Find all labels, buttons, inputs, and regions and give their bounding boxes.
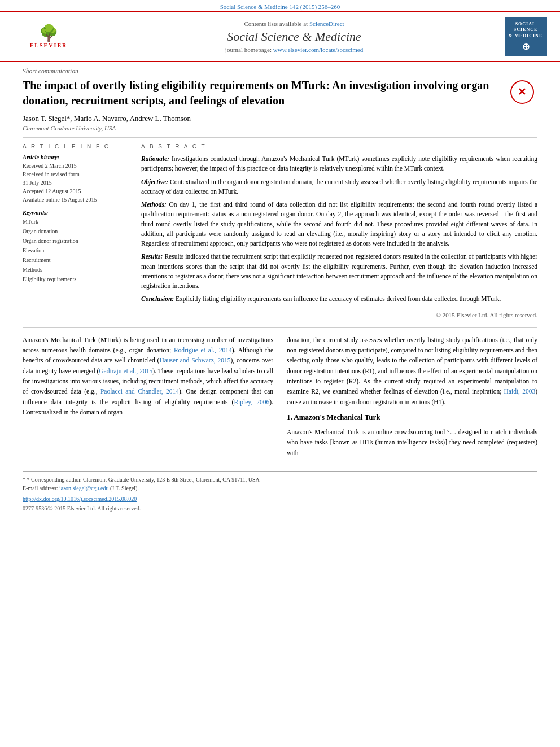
abstract-objective: Objective: Contextualized in the organ d… [141, 177, 537, 197]
ref-gadiraju[interactable]: Gadiraju et al., 2015 [99, 368, 152, 374]
abstract-column: A B S T R A C T Rationale: Investigation… [141, 143, 537, 318]
sciencedirect-link[interactable]: ScienceDirect [309, 20, 344, 27]
footnote-corresponding: * * Corresponding author. Claremont Grad… [23, 475, 537, 484]
article-info-heading: A R T I C L E I N F O [23, 143, 130, 150]
keyword-elevation: Elevation [23, 246, 130, 255]
available-date: Available online 15 August 2015 [23, 195, 130, 204]
objective-label: Objective: [141, 178, 168, 185]
keywords-block: Keywords: MTurk Organ donation Organ don… [23, 209, 130, 284]
ref-haidt[interactable]: Haidt, 2003 [504, 388, 536, 395]
ref-paolacci[interactable]: Paolacci and Chandler, 2014 [100, 388, 179, 395]
contents-line: Contents lists available at ScienceDirec… [88, 20, 500, 27]
abstract-methods: Methods: On day 1, the first and third r… [141, 200, 537, 248]
rationale-label: Rationale: [141, 155, 169, 162]
email-name: (J.T. Siegel). [110, 485, 139, 491]
homepage-link[interactable]: www.elsevier.com/locate/socscimed [273, 46, 363, 53]
body-text-section: Amazon's Mechanical Turk (MTurk) is bein… [23, 335, 537, 463]
keyword-eligibility: Eligibility requirements [23, 274, 130, 284]
authors: Jason T. Siegel*, Mario A. Navarro, Andr… [23, 114, 537, 123]
keywords-label: Keywords: [23, 209, 130, 216]
footnote-area: * * Corresponding author. Claremont Grad… [23, 471, 537, 513]
badge-icon: ⊕ [522, 41, 530, 52]
badge-title: SOCIALSCIENCE& MEDICINE [509, 21, 542, 39]
keyword-organ-donation: Organ donation [23, 226, 130, 236]
ref-ripley[interactable]: Ripley, 2006 [234, 399, 269, 405]
results-label: Results: [141, 253, 163, 260]
history-label: Article history: [23, 154, 130, 160]
publisher-logo-area: 🌳 ELSEVIER [9, 25, 88, 49]
email-link[interactable]: jason.siegel@cgu.edu [59, 485, 109, 491]
abstract-rationale: Rationale: Investigations conducted thro… [141, 154, 537, 174]
methods-text: On day 1, the first and third round of d… [141, 201, 537, 247]
body-para-1-right: donation, the current study assesses whe… [287, 335, 537, 408]
section-1-text: Amazon's Mechanical Turk is an online cr… [287, 427, 537, 458]
journal-badge: SOCIALSCIENCE& MEDICINE ⊕ [500, 17, 551, 56]
revised-date: Received in revised form31 July 2015 [23, 170, 130, 187]
doi-line[interactable]: http://dx.doi.org/10.1016/j.socscimed.20… [23, 495, 537, 503]
crossmark-icon[interactable]: ✕ [510, 80, 534, 104]
keyword-recruitment: Recruitment [23, 255, 130, 265]
journal-header: 🌳 ELSEVIER Contents lists available at S… [0, 12, 560, 62]
article-info-column: A R T I C L E I N F O Article history: R… [23, 143, 130, 318]
objective-text: Contextualized in the organ donor regist… [141, 178, 537, 195]
top-citation: Social Science & Medicine 142 (2015) 256… [220, 3, 340, 10]
ref-rodrigue[interactable]: Rodrigue et al., 2014 [174, 347, 232, 353]
crossmark-area[interactable]: ✕ [506, 78, 537, 104]
article-title: The impact of overtly listing eligibilit… [23, 78, 506, 108]
elsevier-text: ELSEVIER [30, 42, 68, 49]
abstract-heading: A B S T R A C T [141, 143, 537, 150]
corresponding-label: * Corresponding author. [27, 477, 82, 483]
copyright-footer: 0277-9536/© 2015 Elsevier Ltd. All right… [23, 504, 537, 513]
keyword-organ-donor-reg: Organ donor registration [23, 236, 130, 246]
doi-link[interactable]: http://dx.doi.org/10.1016/j.socscimed.20… [23, 496, 137, 502]
keyword-methods: Methods [23, 265, 130, 274]
homepage-line: journal homepage: www.elsevier.com/locat… [88, 46, 500, 53]
article-title-row: The impact of overtly listing eligibilit… [23, 78, 537, 108]
footnote-email: E-mail address: jason.siegel@cgu.edu (J.… [23, 484, 537, 492]
ref-hauser[interactable]: Hauser and Schwarz, 2015 [159, 357, 230, 364]
conclusion-label: Conclusion: [141, 295, 174, 302]
results-text: Results indicated that the recruitment s… [141, 253, 537, 289]
article-info-abstract-section: A R T I C L E I N F O Article history: R… [23, 143, 537, 318]
body-para-1-left: Amazon's Mechanical Turk (MTurk) is bein… [23, 335, 273, 418]
abstract-conclusion: Conclusion: Explicitly listing eligibili… [141, 294, 537, 304]
received-date: Received 2 March 2015 [23, 161, 130, 170]
journal-center: Contents lists available at ScienceDirec… [88, 20, 500, 53]
abstract-copyright: © 2015 Elsevier Ltd. All rights reserved… [141, 308, 537, 318]
elsevier-tree-icon: 🌳 [39, 25, 59, 41]
journal-top-bar: Social Science & Medicine 142 (2015) 256… [0, 0, 560, 12]
badge-box: SOCIALSCIENCE& MEDICINE ⊕ [505, 17, 547, 56]
conclusion-text: Explicitly listing eligibility requireme… [176, 295, 501, 302]
article-type-label: Short communication [23, 68, 537, 75]
accepted-date: Accepted 12 August 2015 [23, 187, 130, 195]
methods-label: Methods: [141, 201, 167, 208]
corresponding-text: Claremont Graduate University, 123 E 8th… [83, 477, 260, 483]
affiliation: Claremont Graduate University, USA [23, 125, 537, 138]
body-col-right: donation, the current study assesses whe… [287, 335, 537, 463]
body-col-left: Amazon's Mechanical Turk (MTurk) is bein… [23, 335, 273, 463]
journal-title: Social Science & Medicine [88, 29, 500, 44]
keyword-mturk: MTurk [23, 217, 130, 226]
section-divider [23, 327, 537, 328]
article-content: Short communication The impact of overtl… [0, 62, 560, 518]
article-history: Article history: Received 2 March 2015 R… [23, 154, 130, 204]
rationale-text: Investigations conducted through Amazon'… [141, 155, 537, 172]
abstract-results: Results: Results indicated that the recr… [141, 252, 537, 291]
email-label: E-mail address: [23, 485, 58, 491]
footnote-star-icon: * [23, 477, 27, 483]
section-1-heading: 1. Amazon's Mechanical Turk [287, 412, 537, 423]
